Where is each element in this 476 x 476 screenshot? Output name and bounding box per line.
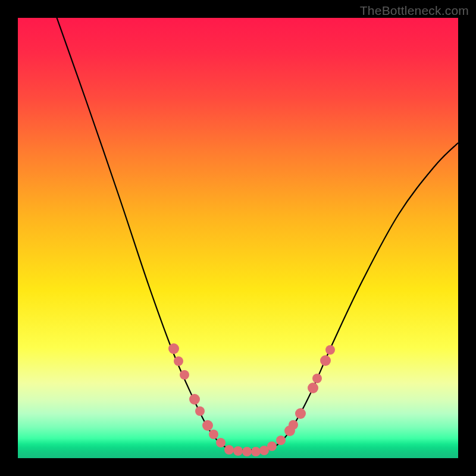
data-point bbox=[295, 408, 306, 419]
data-point bbox=[195, 406, 205, 416]
data-point bbox=[168, 343, 179, 354]
data-markers bbox=[168, 343, 335, 456]
curve-left bbox=[55, 18, 231, 450]
watermark-text: TheBottleneck.com bbox=[360, 4, 469, 18]
data-point bbox=[209, 430, 218, 439]
data-point bbox=[320, 355, 331, 366]
chart-stage: TheBottleneck.com bbox=[0, 0, 476, 476]
data-point bbox=[202, 420, 213, 431]
data-point bbox=[312, 374, 322, 383]
data-point bbox=[276, 436, 286, 445]
data-point bbox=[174, 356, 183, 366]
curve-right bbox=[268, 143, 458, 450]
data-point bbox=[189, 394, 200, 405]
curves-svg bbox=[18, 18, 458, 458]
data-point bbox=[180, 370, 189, 380]
plot-area bbox=[18, 18, 458, 458]
data-point bbox=[216, 438, 226, 447]
data-point bbox=[289, 420, 298, 430]
data-point bbox=[224, 445, 234, 455]
data-point bbox=[233, 446, 243, 456]
data-point bbox=[267, 441, 277, 451]
data-point bbox=[251, 447, 261, 456]
data-point bbox=[242, 447, 252, 456]
